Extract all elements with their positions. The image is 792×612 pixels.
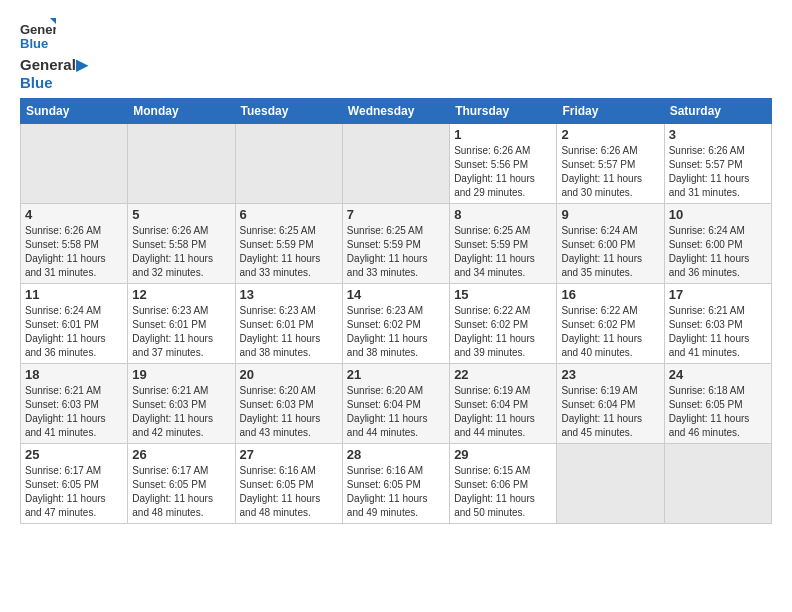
day-info: Sunrise: 6:23 AM Sunset: 6:01 PM Dayligh… — [240, 304, 338, 360]
calendar-cell: 24Sunrise: 6:18 AM Sunset: 6:05 PM Dayli… — [664, 364, 771, 444]
calendar-cell: 18Sunrise: 6:21 AM Sunset: 6:03 PM Dayli… — [21, 364, 128, 444]
day-number: 5 — [132, 207, 230, 222]
day-info: Sunrise: 6:16 AM Sunset: 6:05 PM Dayligh… — [347, 464, 445, 520]
day-info: Sunrise: 6:21 AM Sunset: 6:03 PM Dayligh… — [25, 384, 123, 440]
calendar-cell: 13Sunrise: 6:23 AM Sunset: 6:01 PM Dayli… — [235, 284, 342, 364]
day-info: Sunrise: 6:21 AM Sunset: 6:03 PM Dayligh… — [669, 304, 767, 360]
day-number: 20 — [240, 367, 338, 382]
calendar-cell: 27Sunrise: 6:16 AM Sunset: 6:05 PM Dayli… — [235, 444, 342, 524]
day-number: 23 — [561, 367, 659, 382]
calendar-week-row: 18Sunrise: 6:21 AM Sunset: 6:03 PM Dayli… — [21, 364, 772, 444]
day-info: Sunrise: 6:25 AM Sunset: 5:59 PM Dayligh… — [347, 224, 445, 280]
svg-text:Blue: Blue — [20, 36, 48, 51]
calendar-cell: 11Sunrise: 6:24 AM Sunset: 6:01 PM Dayli… — [21, 284, 128, 364]
calendar-cell — [664, 444, 771, 524]
day-info: Sunrise: 6:23 AM Sunset: 6:02 PM Dayligh… — [347, 304, 445, 360]
page-container: General Blue General▶ Blue SundayMondayT… — [0, 0, 792, 534]
day-info: Sunrise: 6:25 AM Sunset: 5:59 PM Dayligh… — [240, 224, 338, 280]
calendar-cell: 23Sunrise: 6:19 AM Sunset: 6:04 PM Dayli… — [557, 364, 664, 444]
calendar-header-row: SundayMondayTuesdayWednesdayThursdayFrid… — [21, 99, 772, 124]
day-info: Sunrise: 6:18 AM Sunset: 6:05 PM Dayligh… — [669, 384, 767, 440]
day-header-thursday: Thursday — [450, 99, 557, 124]
day-number: 12 — [132, 287, 230, 302]
calendar-cell: 4Sunrise: 6:26 AM Sunset: 5:58 PM Daylig… — [21, 204, 128, 284]
calendar-cell: 19Sunrise: 6:21 AM Sunset: 6:03 PM Dayli… — [128, 364, 235, 444]
logo-text: General▶ Blue — [20, 56, 88, 92]
calendar-cell: 9Sunrise: 6:24 AM Sunset: 6:00 PM Daylig… — [557, 204, 664, 284]
calendar-cell: 25Sunrise: 6:17 AM Sunset: 6:05 PM Dayli… — [21, 444, 128, 524]
day-info: Sunrise: 6:19 AM Sunset: 6:04 PM Dayligh… — [454, 384, 552, 440]
calendar-week-row: 4Sunrise: 6:26 AM Sunset: 5:58 PM Daylig… — [21, 204, 772, 284]
calendar-cell: 14Sunrise: 6:23 AM Sunset: 6:02 PM Dayli… — [342, 284, 449, 364]
day-number: 17 — [669, 287, 767, 302]
day-info: Sunrise: 6:23 AM Sunset: 6:01 PM Dayligh… — [132, 304, 230, 360]
day-number: 13 — [240, 287, 338, 302]
day-number: 18 — [25, 367, 123, 382]
header: General Blue General▶ Blue — [20, 16, 772, 92]
calendar-cell: 26Sunrise: 6:17 AM Sunset: 6:05 PM Dayli… — [128, 444, 235, 524]
day-info: Sunrise: 6:17 AM Sunset: 6:05 PM Dayligh… — [25, 464, 123, 520]
day-number: 3 — [669, 127, 767, 142]
day-info: Sunrise: 6:20 AM Sunset: 6:04 PM Dayligh… — [347, 384, 445, 440]
calendar-cell: 15Sunrise: 6:22 AM Sunset: 6:02 PM Dayli… — [450, 284, 557, 364]
calendar-cell: 12Sunrise: 6:23 AM Sunset: 6:01 PM Dayli… — [128, 284, 235, 364]
day-number: 14 — [347, 287, 445, 302]
svg-text:General: General — [20, 22, 56, 37]
day-number: 19 — [132, 367, 230, 382]
calendar-cell: 8Sunrise: 6:25 AM Sunset: 5:59 PM Daylig… — [450, 204, 557, 284]
day-number: 9 — [561, 207, 659, 222]
day-info: Sunrise: 6:24 AM Sunset: 6:00 PM Dayligh… — [669, 224, 767, 280]
day-info: Sunrise: 6:24 AM Sunset: 6:00 PM Dayligh… — [561, 224, 659, 280]
calendar-cell: 7Sunrise: 6:25 AM Sunset: 5:59 PM Daylig… — [342, 204, 449, 284]
day-info: Sunrise: 6:26 AM Sunset: 5:58 PM Dayligh… — [132, 224, 230, 280]
calendar-cell: 2Sunrise: 6:26 AM Sunset: 5:57 PM Daylig… — [557, 124, 664, 204]
day-info: Sunrise: 6:26 AM Sunset: 5:58 PM Dayligh… — [25, 224, 123, 280]
day-number: 26 — [132, 447, 230, 462]
calendar-week-row: 1Sunrise: 6:26 AM Sunset: 5:56 PM Daylig… — [21, 124, 772, 204]
calendar-cell: 5Sunrise: 6:26 AM Sunset: 5:58 PM Daylig… — [128, 204, 235, 284]
day-info: Sunrise: 6:25 AM Sunset: 5:59 PM Dayligh… — [454, 224, 552, 280]
day-number: 11 — [25, 287, 123, 302]
day-number: 21 — [347, 367, 445, 382]
day-number: 25 — [25, 447, 123, 462]
day-info: Sunrise: 6:26 AM Sunset: 5:57 PM Dayligh… — [669, 144, 767, 200]
calendar-cell: 20Sunrise: 6:20 AM Sunset: 6:03 PM Dayli… — [235, 364, 342, 444]
day-info: Sunrise: 6:15 AM Sunset: 6:06 PM Dayligh… — [454, 464, 552, 520]
day-info: Sunrise: 6:21 AM Sunset: 6:03 PM Dayligh… — [132, 384, 230, 440]
logo-icon: General Blue — [20, 16, 56, 52]
calendar-table: SundayMondayTuesdayWednesdayThursdayFrid… — [20, 98, 772, 524]
calendar-cell — [557, 444, 664, 524]
day-info: Sunrise: 6:17 AM Sunset: 6:05 PM Dayligh… — [132, 464, 230, 520]
day-number: 8 — [454, 207, 552, 222]
day-number: 7 — [347, 207, 445, 222]
calendar-cell: 16Sunrise: 6:22 AM Sunset: 6:02 PM Dayli… — [557, 284, 664, 364]
day-info: Sunrise: 6:19 AM Sunset: 6:04 PM Dayligh… — [561, 384, 659, 440]
day-number: 16 — [561, 287, 659, 302]
day-info: Sunrise: 6:22 AM Sunset: 6:02 PM Dayligh… — [561, 304, 659, 360]
day-number: 10 — [669, 207, 767, 222]
day-info: Sunrise: 6:26 AM Sunset: 5:57 PM Dayligh… — [561, 144, 659, 200]
calendar-cell: 22Sunrise: 6:19 AM Sunset: 6:04 PM Dayli… — [450, 364, 557, 444]
calendar-cell: 1Sunrise: 6:26 AM Sunset: 5:56 PM Daylig… — [450, 124, 557, 204]
logo: General Blue General▶ Blue — [20, 16, 88, 92]
day-info: Sunrise: 6:24 AM Sunset: 6:01 PM Dayligh… — [25, 304, 123, 360]
calendar-cell: 6Sunrise: 6:25 AM Sunset: 5:59 PM Daylig… — [235, 204, 342, 284]
day-number: 22 — [454, 367, 552, 382]
calendar-cell — [128, 124, 235, 204]
calendar-cell — [21, 124, 128, 204]
day-info: Sunrise: 6:26 AM Sunset: 5:56 PM Dayligh… — [454, 144, 552, 200]
day-info: Sunrise: 6:22 AM Sunset: 6:02 PM Dayligh… — [454, 304, 552, 360]
calendar-cell: 10Sunrise: 6:24 AM Sunset: 6:00 PM Dayli… — [664, 204, 771, 284]
day-header-monday: Monday — [128, 99, 235, 124]
day-number: 29 — [454, 447, 552, 462]
calendar-week-row: 11Sunrise: 6:24 AM Sunset: 6:01 PM Dayli… — [21, 284, 772, 364]
calendar-week-row: 25Sunrise: 6:17 AM Sunset: 6:05 PM Dayli… — [21, 444, 772, 524]
day-number: 6 — [240, 207, 338, 222]
calendar-cell: 29Sunrise: 6:15 AM Sunset: 6:06 PM Dayli… — [450, 444, 557, 524]
calendar-cell — [235, 124, 342, 204]
day-header-saturday: Saturday — [664, 99, 771, 124]
day-number: 27 — [240, 447, 338, 462]
calendar-cell — [342, 124, 449, 204]
calendar-cell: 28Sunrise: 6:16 AM Sunset: 6:05 PM Dayli… — [342, 444, 449, 524]
calendar-cell: 21Sunrise: 6:20 AM Sunset: 6:04 PM Dayli… — [342, 364, 449, 444]
